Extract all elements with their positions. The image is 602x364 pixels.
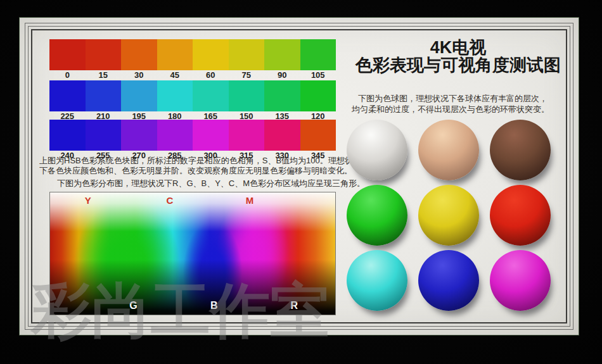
sphere-blue xyxy=(418,250,479,311)
label-cyan: C xyxy=(167,196,174,205)
label-blue: B xyxy=(210,301,218,311)
hue-swatch xyxy=(193,39,229,70)
hue-swatch xyxy=(157,39,193,70)
sphere-magenta xyxy=(490,250,551,311)
photo-stage: 0153045607590105225210195180165150135120… xyxy=(0,0,602,364)
hsb-description: 上图为HSB色彩系统色块图，所标注的数字是相应的色相角，S、B值均为100。理想… xyxy=(39,156,361,176)
sphere-yellow xyxy=(418,185,479,246)
hue-swatch xyxy=(121,120,157,151)
hue-swatch xyxy=(86,80,122,111)
hue-swatch xyxy=(229,39,265,70)
hsb-row-3: 240255270285300315330345 xyxy=(49,120,336,160)
hue-swatch xyxy=(49,120,86,151)
hue-swatch xyxy=(300,80,336,111)
sphere-brown xyxy=(490,120,551,180)
hue-swatch xyxy=(121,80,157,111)
hsb-description-line1: 上图为HSB色彩系统色块图，所标注的数字是相应的色相角，S、B值均为100。理想… xyxy=(39,156,361,166)
hue-swatch xyxy=(157,80,193,111)
sphere-tan xyxy=(418,120,479,180)
hue-angle-label: 45 xyxy=(157,71,193,80)
hue-swatch xyxy=(300,39,336,70)
hue-swatch xyxy=(264,120,300,151)
hue-angle-label: 30 xyxy=(121,71,157,80)
spheres-description-line1: 下图为色球图，理想状况下各球体应有丰富的层次， xyxy=(352,93,549,104)
label-green: G xyxy=(129,301,137,311)
label-magenta: M xyxy=(246,196,254,205)
hsb-row-2: 225210195180165150135120 xyxy=(49,80,336,121)
sphere-green xyxy=(347,185,407,246)
hue-swatch xyxy=(229,120,265,151)
hue-swatch xyxy=(229,80,265,111)
page-title: 4K电视 色彩表现与可视角度测试图 xyxy=(336,39,580,75)
hue-swatch xyxy=(49,80,86,111)
hue-swatch xyxy=(86,120,122,151)
hue-angle-label: 15 xyxy=(86,71,122,80)
hue-angle-label: 90 xyxy=(264,71,300,80)
hue-swatch xyxy=(157,120,193,151)
hue-swatch xyxy=(86,39,122,70)
spheres-description-line2: 均匀柔和的过度，不得出现层次与色彩的环带状突变。 xyxy=(352,104,549,115)
spheres-description: 下图为色球图，理想状况下各球体应有丰富的层次， 均匀柔和的过度，不得出现层次与色… xyxy=(352,93,549,115)
hue-swatch xyxy=(193,120,229,151)
page-title-line1: 4K电视 xyxy=(336,39,580,56)
hue-angle-label: 105 xyxy=(300,71,336,80)
hue-swatch xyxy=(264,80,300,111)
sphere-silver xyxy=(347,120,407,180)
hsb-description-line2: 下各色块应颜色饱和、色彩无明显并阶。改变观察角度应无明显色彩偏移与明暗变化。 xyxy=(39,166,361,176)
hue-angle-label: 0 xyxy=(49,71,86,80)
color-spheres-grid xyxy=(347,120,551,311)
hue-swatch xyxy=(193,80,229,111)
sphere-cyan xyxy=(347,250,407,311)
color-distribution-diagram: Y C M G B R xyxy=(49,192,336,315)
sphere-red xyxy=(490,185,551,246)
hue-swatch xyxy=(49,39,86,70)
hue-swatch xyxy=(121,39,157,70)
hue-angle-label: 60 xyxy=(193,71,229,80)
distribution-description: 下图为色彩分布图，理想状况下R、G、B、Y、C、M色彩分布区域均应呈现三角形。 xyxy=(39,179,365,189)
hue-swatch xyxy=(300,120,336,151)
page-title-line2: 色彩表现与可视角度测试图 xyxy=(336,56,580,75)
hue-swatch xyxy=(264,39,300,70)
hue-angle-label: 75 xyxy=(229,71,265,80)
label-yellow: Y xyxy=(85,196,91,205)
hsb-row-1: 0153045607590105 xyxy=(49,39,336,80)
label-red: R xyxy=(290,301,298,311)
test-card: 0153045607590105225210195180165150135120… xyxy=(20,18,579,335)
